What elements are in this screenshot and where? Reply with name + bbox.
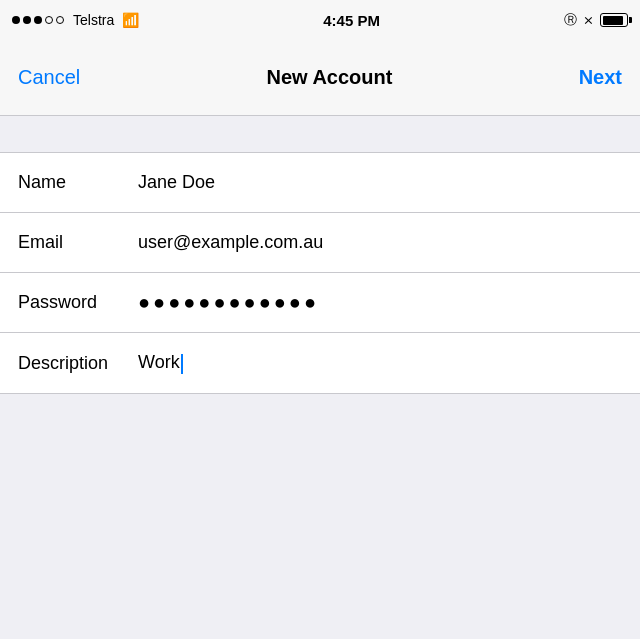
password-value[interactable]: ●●●●●●●●●●●● — [138, 291, 622, 314]
account-form: Name Jane Doe Email user@example.com.au … — [0, 152, 640, 394]
signal-dot-1 — [12, 16, 20, 24]
carrier-label: Telstra — [73, 12, 114, 28]
next-button[interactable]: Next — [579, 66, 622, 89]
name-row: Name Jane Doe — [0, 153, 640, 213]
signal-icon — [12, 16, 64, 24]
bottom-spacer — [0, 394, 640, 594]
status-bar: Telstra 📶 4:45 PM Ⓡ ⨯ — [0, 0, 640, 40]
navigation-bar: Cancel New Account Next — [0, 40, 640, 116]
spacer-top — [0, 116, 640, 152]
password-label: Password — [18, 292, 138, 313]
name-value[interactable]: Jane Doe — [138, 172, 622, 193]
wifi-icon: 📶 — [122, 12, 139, 28]
password-row: Password ●●●●●●●●●●●● — [0, 273, 640, 333]
signal-dot-4 — [45, 16, 53, 24]
signal-dot-5 — [56, 16, 64, 24]
email-value[interactable]: user@example.com.au — [138, 232, 622, 253]
description-row: Description Work — [0, 333, 640, 393]
email-row: Email user@example.com.au — [0, 213, 640, 273]
battery-icon — [600, 13, 628, 27]
cancel-button[interactable]: Cancel — [18, 66, 80, 89]
email-label: Email — [18, 232, 138, 253]
signal-dot-2 — [23, 16, 31, 24]
signal-dot-3 — [34, 16, 42, 24]
status-left: Telstra 📶 — [12, 12, 139, 28]
description-label: Description — [18, 353, 138, 374]
lock-icon: Ⓡ — [564, 11, 577, 29]
battery-fill — [603, 16, 624, 25]
description-value[interactable]: Work — [138, 352, 622, 373]
status-right: Ⓡ ⨯ — [564, 11, 628, 29]
status-time: 4:45 PM — [323, 12, 380, 29]
bluetooth-icon: ⨯ — [583, 13, 594, 28]
name-label: Name — [18, 172, 138, 193]
page-title: New Account — [266, 66, 392, 89]
